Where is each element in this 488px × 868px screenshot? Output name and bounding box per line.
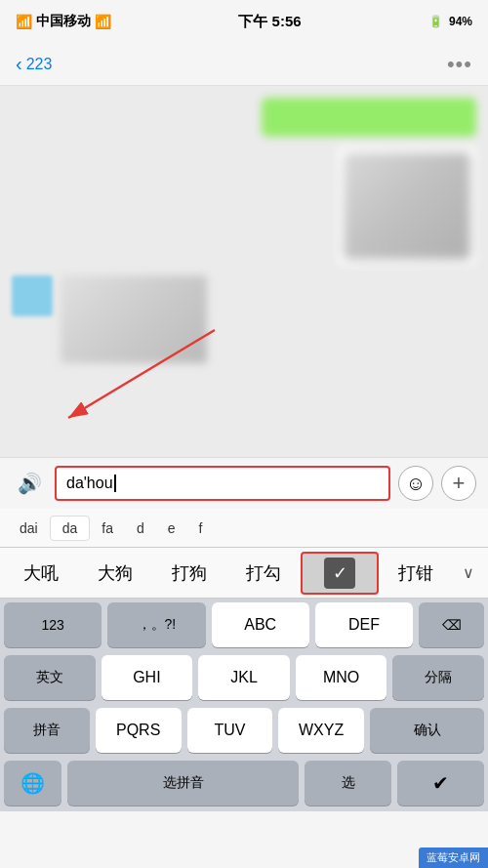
message-bubble-left: [61, 275, 207, 363]
checkmark-icon: ✓: [324, 558, 355, 589]
plus-icon: +: [453, 471, 466, 496]
keyboard-row-1: 123 ，。?! ABC DEF ⌫: [0, 599, 488, 651]
back-chevron-icon: ‹: [16, 53, 22, 75]
carrier-name: 中国移动: [36, 13, 91, 30]
key-pinyin[interactable]: 拼音: [4, 708, 90, 753]
globe-icon: 🌐: [20, 771, 45, 795]
key-queren[interactable]: 确认: [370, 708, 484, 753]
pinyin-suggestion-row: dai da fa d e f: [0, 509, 488, 548]
key-PQRS[interactable]: PQRS: [96, 708, 182, 753]
text-input-box[interactable]: da'hou: [55, 466, 390, 501]
watermark-text: 蓝莓安卓网: [427, 851, 480, 863]
voice-button[interactable]: 🔊: [12, 466, 47, 501]
status-carrier: 📶 中国移动 📶: [16, 13, 111, 30]
chat-area: [0, 86, 488, 457]
word-candidate-2[interactable]: 大狗: [78, 552, 152, 595]
key-ABC[interactable]: ABC: [212, 602, 309, 647]
key-TUV[interactable]: TUV: [187, 708, 273, 753]
suggestion-f[interactable]: f: [187, 517, 215, 540]
input-area: 🔊 da'hou ☺ +: [0, 457, 488, 509]
nav-back-count: 223: [26, 56, 53, 73]
message-bubble-image: [338, 146, 476, 266]
key-xuan[interactable]: 选: [305, 761, 391, 806]
nav-bar: ‹ 223 •••: [0, 43, 488, 86]
battery-icon: 🔋: [428, 15, 443, 28]
voice-icon: 🔊: [18, 472, 42, 495]
message-row: [12, 275, 476, 363]
text-cursor: [114, 475, 116, 492]
message-bubble-green: [262, 98, 476, 137]
message-row: [12, 98, 476, 137]
word-candidate-4[interactable]: 打勾: [226, 552, 301, 595]
suggestion-dai[interactable]: dai: [8, 517, 50, 540]
signal-icon: 📶: [16, 14, 32, 29]
back-button[interactable]: ‹ 223: [16, 53, 52, 75]
key-globe[interactable]: 🌐: [4, 761, 61, 806]
word-candidate-1[interactable]: 大吼: [4, 552, 78, 595]
status-bar: 📶 中国移动 📶 下午 5:56 🔋 94%: [0, 0, 488, 43]
key-JKL[interactable]: JKL: [198, 655, 290, 700]
plus-button[interactable]: +: [441, 466, 476, 501]
word-candidate-check[interactable]: ✓: [301, 552, 379, 595]
suggestion-d[interactable]: d: [125, 517, 156, 540]
check-circle-icon: ✔: [432, 771, 449, 795]
expand-candidates-button[interactable]: ∨: [453, 552, 484, 595]
key-123[interactable]: 123: [4, 602, 102, 647]
key-fenge[interactable]: 分隔: [392, 655, 484, 700]
key-xuanpinyin[interactable]: 选拼音: [67, 761, 299, 806]
ellipsis-icon: •••: [447, 52, 472, 76]
input-text: da'hou: [66, 475, 113, 492]
emoji-icon: ☺: [406, 473, 426, 495]
watermark: 蓝莓安卓网: [419, 847, 488, 868]
battery-level: 94%: [449, 15, 472, 28]
word-candidate-3[interactable]: 打狗: [152, 552, 226, 595]
status-time: 下午 5:56: [238, 13, 301, 31]
key-GHI[interactable]: GHI: [102, 655, 193, 700]
emoji-button[interactable]: ☺: [398, 466, 433, 501]
word-candidate-row: 大吼 大狗 打狗 打勾 ✓ 打钳 ∨: [0, 548, 488, 599]
keyboard-row-4: 🌐 选拼音 选 ✔: [0, 757, 488, 811]
suggestion-e[interactable]: e: [156, 517, 187, 540]
backspace-icon: ⌫: [442, 617, 462, 633]
keyboard-row-3: 拼音 PQRS TUV WXYZ 确认: [0, 704, 488, 757]
key-confirm-check[interactable]: ✔: [397, 761, 484, 806]
key-DEF[interactable]: DEF: [315, 602, 413, 647]
key-yingwen[interactable]: 英文: [4, 655, 96, 700]
delete-key[interactable]: ⌫: [419, 602, 484, 647]
keyboard-row-2: 英文 GHI JKL MNO 分隔: [0, 651, 488, 704]
avatar: [12, 275, 53, 316]
status-right: 🔋 94%: [428, 15, 472, 28]
key-punctuation[interactable]: ，。?!: [107, 602, 205, 647]
key-MNO[interactable]: MNO: [296, 655, 387, 700]
key-WXYZ[interactable]: WXYZ: [278, 708, 364, 753]
keyboard: dai da fa d e f 大吼 大狗 打狗 打勾 ✓ 打钳 ∨ 123 ，…: [0, 509, 488, 811]
word-candidate-5[interactable]: 打钳: [379, 552, 453, 595]
wifi-icon: 📶: [95, 14, 111, 29]
suggestion-da[interactable]: da: [50, 516, 91, 541]
suggestion-fa[interactable]: fa: [90, 517, 125, 540]
message-row: [12, 146, 476, 266]
more-button[interactable]: •••: [447, 52, 472, 77]
